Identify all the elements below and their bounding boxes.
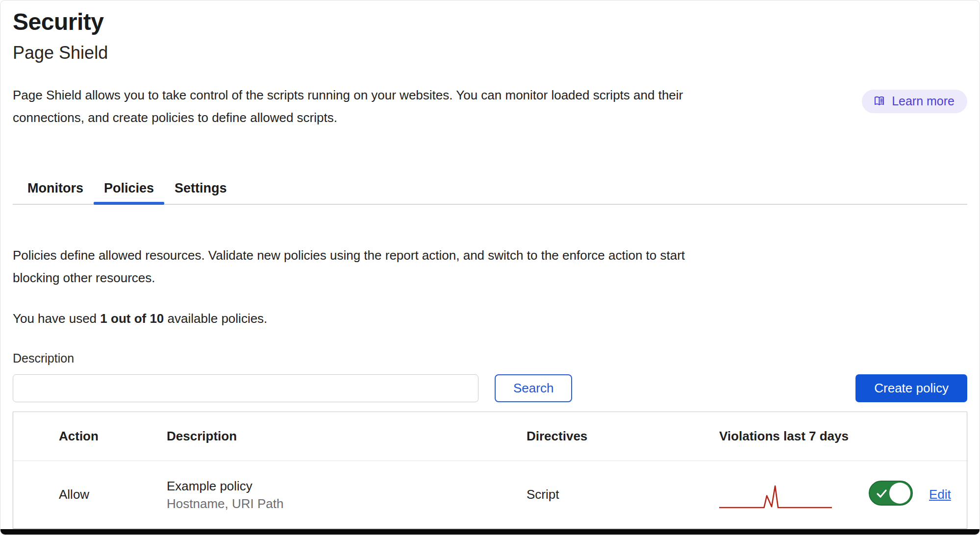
page-shield-screen: Security Page Shield Page Shield allows … [0, 0, 980, 535]
column-header-description: Description [167, 429, 527, 444]
policies-table: Action Description Directives Violations… [13, 412, 967, 529]
create-policy-button[interactable]: Create policy [855, 374, 967, 402]
search-row: Search Create policy [13, 374, 967, 402]
policies-description: Policies define allowed resources. Valid… [13, 244, 694, 289]
tab-monitors[interactable]: Monitors [17, 178, 94, 204]
description-search-input[interactable] [13, 374, 478, 402]
usage-summary: You have used 1 out of 10 available poli… [13, 310, 967, 327]
policy-description-title: Example policy [167, 477, 522, 495]
policy-description: Example policy Hostname, URI Path [167, 477, 527, 512]
usage-suffix: available policies. [164, 311, 267, 326]
tab-bar: Monitors Policies Settings [13, 178, 967, 205]
learn-more-label: Learn more [892, 95, 955, 107]
learn-more-button[interactable]: Learn more [862, 90, 967, 113]
usage-count: 1 out of 10 [100, 311, 164, 326]
tab-settings[interactable]: Settings [164, 178, 237, 204]
policy-toggle-cell [869, 481, 929, 509]
column-header-directives: Directives [527, 429, 719, 444]
table-header-row: Action Description Directives Violations… [13, 412, 967, 461]
intro-section: Page Shield allows you to take control o… [13, 84, 967, 129]
toggle-knob [889, 483, 910, 504]
column-header-action: Action [59, 429, 167, 444]
tab-policies[interactable]: Policies [94, 178, 164, 204]
policy-edit-cell: Edit [929, 487, 967, 502]
search-button[interactable]: Search [495, 374, 572, 402]
policy-directives: Script [527, 487, 719, 502]
violations-sparkline [719, 479, 869, 511]
search-field-label: Description [13, 351, 967, 365]
usage-prefix: You have used [13, 311, 100, 326]
policy-action: Allow [59, 487, 167, 502]
edit-link[interactable]: Edit [929, 487, 951, 502]
page-title: Security [13, 7, 967, 37]
column-header-violations: Violations last 7 days [719, 429, 869, 444]
policy-description-subtitle: Hostname, URI Path [167, 495, 522, 512]
window-bottom-bar [0, 529, 980, 535]
table-row: Allow Example policy Hostname, URI Path … [13, 461, 967, 528]
page-subtitle: Page Shield [13, 42, 967, 64]
policy-enabled-toggle[interactable] [869, 481, 913, 506]
intro-text: Page Shield allows you to take control o… [13, 84, 699, 129]
checkmark-icon [874, 487, 889, 504]
open-book-icon [873, 95, 886, 108]
